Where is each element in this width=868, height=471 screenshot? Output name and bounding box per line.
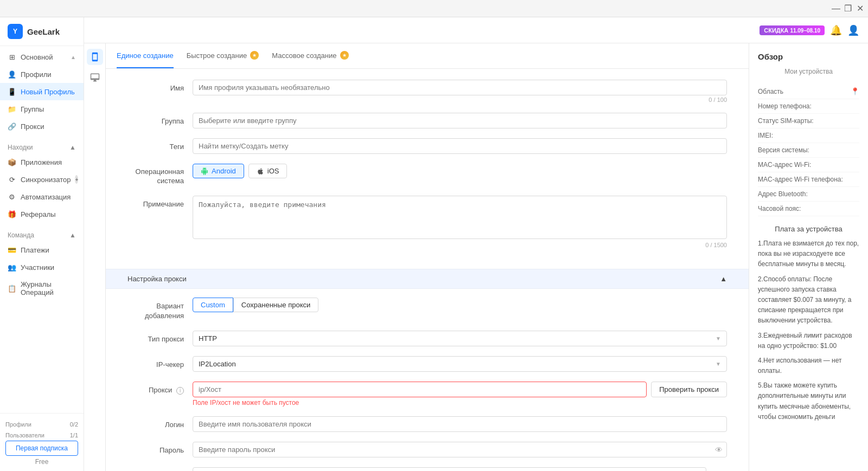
logo-icon: Y bbox=[8, 24, 23, 39]
sidebar-item-profiles[interactable]: 👤 Профили bbox=[0, 66, 84, 83]
device-info-row-system: Версия системы: bbox=[758, 143, 859, 158]
check-proxy-button[interactable]: Проверить прокси bbox=[651, 382, 727, 397]
sidebar-item-sync[interactable]: ⟳ Синхронизатор + bbox=[0, 171, 84, 188]
os-ios-label: iOS bbox=[267, 167, 279, 175]
note-textarea[interactable] bbox=[193, 196, 727, 239]
form-row-login: Логин bbox=[127, 416, 727, 432]
maximize-button[interactable]: ❐ bbox=[844, 5, 852, 12]
login-label: Логин bbox=[127, 416, 193, 430]
form-row-name: Имя 0 / 100 bbox=[127, 80, 727, 103]
form-row-url: URL ссылка для смены IP ↻ ⓘ bbox=[127, 467, 727, 471]
login-input[interactable] bbox=[193, 416, 727, 432]
sidebar-stats-users: Пользователи 1/1 bbox=[5, 430, 78, 441]
payment-section-title: Плата за устройства bbox=[758, 225, 859, 233]
proxy-type-field: HTTP ▼ bbox=[193, 331, 727, 346]
password-input[interactable] bbox=[193, 442, 727, 457]
app-header: СКИДКА 11.09–08.10 🔔 👤 bbox=[84, 17, 868, 43]
sidebar-stats-profiles: Профили 0/2 bbox=[5, 419, 78, 430]
promo-badge[interactable]: СКИДКА 11.09–08.10 bbox=[760, 25, 825, 35]
os-ios-btn[interactable]: iOS bbox=[248, 164, 288, 178]
minimize-button[interactable]: — bbox=[832, 5, 840, 12]
sidebar-item-logs[interactable]: 📋 Журналы Операций bbox=[0, 276, 84, 301]
payment-item-5: 5.Вы также можете купить дополнительные … bbox=[758, 380, 859, 422]
group-input[interactable] bbox=[193, 113, 727, 128]
tab-single[interactable]: Единое создание bbox=[117, 44, 174, 68]
sidebar-item-proxy[interactable]: 🔗 Прокси bbox=[0, 118, 84, 135]
findings-section-header[interactable]: Находки ▲ bbox=[0, 139, 84, 153]
proxy-type-dropdown[interactable]: HTTP ▼ bbox=[193, 331, 727, 346]
logs-icon: 📋 bbox=[8, 284, 16, 293]
tab-fast[interactable]: Быстрое создание ★ bbox=[187, 43, 259, 68]
login-field bbox=[193, 416, 727, 432]
phone-label: Номер телефона: bbox=[758, 102, 812, 110]
sidebar-item-label-apps: Приложения bbox=[21, 158, 62, 166]
sidebar-item-label-proxy: Прокси bbox=[21, 122, 44, 131]
subscribe-button[interactable]: Первая подписка bbox=[5, 441, 78, 456]
sim-label: Статус SIM-карты: bbox=[758, 117, 814, 125]
sidebar-item-members[interactable]: 👥 Участники bbox=[0, 259, 84, 276]
tab-mass[interactable]: Массовое создание ★ bbox=[272, 43, 348, 68]
proxy-type-value: HTTP bbox=[199, 334, 217, 343]
proxy-ip-field: Проверить прокси Поле IP/хост не может б… bbox=[193, 382, 727, 407]
sidebar-item-label-home: Основной bbox=[21, 53, 53, 61]
team-section-header[interactable]: Команда ▲ bbox=[0, 227, 84, 241]
proxy-ip-input[interactable] bbox=[193, 382, 647, 397]
user-icon[interactable]: 👤 bbox=[847, 24, 859, 36]
os-android-label: Android bbox=[212, 167, 236, 175]
right-panel: Обзор Мои устройства Область 📍 Номер тел… bbox=[749, 43, 868, 471]
device-info-row-wifi-phone-mac: MAC-адрес Wi-Fi телефона: bbox=[758, 172, 859, 187]
home-icon: ⊞ bbox=[8, 53, 16, 61]
variant-custom-btn[interactable]: Custom bbox=[193, 298, 233, 312]
variant-saved-btn[interactable]: Сохраненные прокси bbox=[233, 298, 318, 312]
dropdown-arrow-icon: ▼ bbox=[716, 335, 721, 341]
device-info-row-wifi-mac: MAC-адрес Wi-Fi: bbox=[758, 158, 859, 172]
main-content: СКИДКА 11.09–08.10 🔔 👤 bbox=[84, 17, 868, 471]
note-label: Примечание bbox=[127, 196, 193, 209]
sidebar-item-home[interactable]: ⊞ Основной ▲ bbox=[0, 48, 84, 66]
form-row-ip-checker: IP-чекер IP2Location ▼ bbox=[127, 356, 727, 372]
sidebar-footer: Профили 0/2 Пользователи 1/1 Первая подп… bbox=[0, 413, 84, 471]
proxy-ip-label: Прокси i bbox=[127, 382, 193, 395]
sidebar-item-referrals[interactable]: 🎁 Рефералы bbox=[0, 205, 84, 223]
password-toggle-icon[interactable]: 👁 bbox=[715, 446, 723, 454]
tags-field bbox=[193, 138, 727, 154]
name-field: 0 / 100 bbox=[193, 80, 727, 103]
proxy-info-icon[interactable]: i bbox=[176, 387, 184, 395]
sidebar-item-label-payments: Платежи bbox=[21, 246, 49, 254]
proxy-section-header[interactable]: Настройка прокси ▲ bbox=[106, 269, 749, 289]
sidebar: Y GeeLark ⊞ Основной ▲ 👤 Профили 📱 Новый… bbox=[0, 17, 84, 471]
group-label: Группа bbox=[127, 113, 193, 126]
area-geo-icon[interactable]: 📍 bbox=[851, 87, 859, 95]
free-label: Free bbox=[5, 458, 78, 466]
payment-item-4: 4.Нет использования — нет оплаты. bbox=[758, 356, 859, 376]
ip-checker-value: IP2Location bbox=[199, 360, 236, 368]
device-info-row-phone: Номер телефона: bbox=[758, 99, 859, 114]
name-input[interactable] bbox=[193, 80, 727, 95]
groups-icon: 📁 bbox=[8, 105, 16, 113]
sidebar-item-new-profile[interactable]: 📱 Новый Профиль bbox=[0, 83, 84, 100]
form-row-tags: Теги bbox=[127, 138, 727, 154]
os-buttons: Android iOS bbox=[193, 164, 727, 178]
sidebar-item-label-sync: Синхронизатор bbox=[21, 176, 71, 184]
device-info-row-imei: IMEI: bbox=[758, 128, 859, 143]
sidebar-item-payments[interactable]: 💳 Платежи bbox=[0, 241, 84, 259]
tags-input[interactable] bbox=[193, 138, 727, 154]
url-input[interactable] bbox=[193, 467, 706, 471]
close-button[interactable]: ✕ bbox=[856, 5, 864, 12]
payment-item-2: 2.Способ оплаты: После успешного запуска… bbox=[758, 274, 859, 326]
sidebar-item-groups[interactable]: 📁 Группы bbox=[0, 100, 84, 118]
os-android-btn[interactable]: Android bbox=[193, 164, 244, 178]
notification-icon[interactable]: 🔔 bbox=[830, 24, 842, 36]
sidebar-item-label-logs: Журналы Операций bbox=[21, 280, 76, 296]
sync-icon: ⟳ bbox=[8, 175, 16, 184]
form-row-variant: Вариант добавления Custom Сохраненные пр… bbox=[127, 298, 727, 321]
icon-tab-mobile[interactable] bbox=[87, 49, 103, 65]
sidebar-item-automation[interactable]: ⚙ Автоматизация bbox=[0, 188, 84, 205]
sidebar-item-apps[interactable]: 📦 Приложения bbox=[0, 153, 84, 171]
variant-field: Custom Сохраненные прокси bbox=[193, 298, 727, 312]
icon-tab-desktop[interactable] bbox=[87, 69, 103, 86]
device-info-row-timezone: Часовой пояс: bbox=[758, 202, 859, 216]
device-info-row-area: Область 📍 bbox=[758, 84, 859, 99]
proxy-form-content: Вариант добавления Custom Сохраненные пр… bbox=[106, 289, 749, 471]
ip-checker-dropdown[interactable]: IP2Location ▼ bbox=[193, 356, 727, 372]
